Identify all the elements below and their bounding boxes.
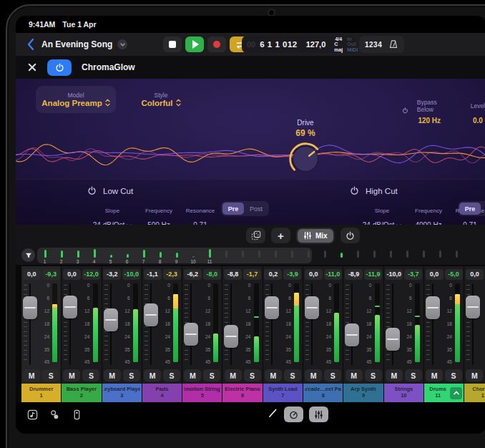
mute-button[interactable]: M (225, 369, 242, 381)
bypass-power-icon[interactable] (402, 106, 408, 115)
peak-level-value[interactable]: -10,0 (122, 269, 140, 280)
volume-fader[interactable] (466, 296, 480, 318)
track-label[interactable]: Strings10 (384, 384, 423, 402)
metronome-icon[interactable] (388, 39, 398, 49)
track-label[interactable]: Arcade…eet Pad8 (303, 384, 343, 402)
back-button[interactable] (24, 38, 37, 51)
mute-button[interactable]: M (23, 369, 40, 381)
peak-level-value[interactable]: -9,3 (42, 269, 60, 280)
mute-button[interactable]: M (144, 369, 161, 381)
volume-fader[interactable] (224, 325, 238, 348)
post-button[interactable]: Post (481, 203, 485, 215)
volume-value[interactable]: -6,2 (184, 269, 202, 280)
low-cut-resonance[interactable]: Resonance0.71 (183, 200, 217, 225)
low-cut-slope[interactable]: Slope24 dB/Oct (90, 200, 134, 225)
peak-level-value[interactable]: -8,0 (203, 269, 221, 280)
solo-button[interactable]: S (405, 369, 422, 381)
volume-fader[interactable] (104, 308, 118, 331)
volume-fader[interactable] (144, 303, 158, 326)
stop-button[interactable] (163, 36, 182, 52)
volume-value[interactable]: -1,1 (144, 269, 162, 280)
volume-fader[interactable] (305, 296, 319, 319)
low-cut-power-icon[interactable] (87, 186, 97, 195)
volume-value[interactable]: -10,0 (385, 269, 403, 280)
solo-button[interactable]: S (365, 369, 382, 381)
loop-browser-icon[interactable] (27, 409, 38, 420)
volume-value[interactable]: -8,8 (224, 269, 242, 280)
track-label[interactable]: Arp Synth9 (343, 384, 383, 402)
volume-fader[interactable] (23, 296, 37, 319)
solo-button[interactable]: S (203, 369, 220, 381)
volume-fader[interactable] (265, 296, 279, 319)
track-label[interactable]: Synth Lead7 (263, 384, 303, 402)
solo-button[interactable]: S (445, 369, 462, 381)
model-selector[interactable]: Model Analog Preamp (36, 86, 116, 113)
plugin-power-button[interactable] (47, 59, 72, 76)
drive-knob[interactable] (288, 141, 323, 177)
volume-value[interactable]: 0,0 (426, 269, 444, 280)
volume-value[interactable]: 0,0 (23, 269, 41, 280)
solo-button[interactable]: S (123, 369, 140, 381)
pencil-tool[interactable] (268, 408, 278, 422)
peak-level-value[interactable]: -11,9 (364, 269, 382, 280)
volume-value[interactable]: 0,0 (305, 269, 323, 280)
solo-button[interactable]: S (244, 369, 261, 381)
peak-level-value[interactable]: -3,9 (283, 269, 301, 280)
play-button[interactable] (185, 36, 204, 52)
count-in-button[interactable]: 1234 (365, 41, 382, 49)
volume-value[interactable]: -8,9 (345, 269, 363, 280)
solo-button[interactable]: S (324, 369, 341, 381)
track-label[interactable]: Emotion Strings5 (182, 384, 222, 402)
post-button[interactable]: Post (245, 203, 268, 215)
pre-button[interactable]: Pre (459, 203, 481, 215)
solo-button[interactable]: S (284, 369, 301, 381)
high-cut-power-icon[interactable] (350, 186, 359, 195)
track-label[interactable]: Drums11 (424, 384, 464, 402)
controls-view-button[interactable] (284, 406, 303, 422)
close-icon[interactable] (27, 62, 37, 72)
level-control[interactable]: Level 0.0 (469, 96, 485, 125)
solo-button[interactable]: S (42, 369, 59, 381)
volume-fader[interactable] (63, 296, 77, 318)
mute-button[interactable]: M (63, 369, 80, 381)
peak-level-value[interactable]: -2,3 (163, 269, 181, 280)
mute-button[interactable]: M (386, 369, 403, 381)
volume-value[interactable]: 0,0 (63, 269, 81, 280)
peak-level-value[interactable]: -5,0 (445, 269, 463, 280)
track-label[interactable]: Electric Piano6 (222, 384, 262, 402)
solo-button[interactable]: S (82, 369, 99, 381)
play-surfaces-icon[interactable] (72, 409, 82, 420)
low-cut-frequency[interactable]: Frequency500 Hz (142, 200, 176, 225)
plugins-icon[interactable] (49, 409, 60, 420)
mixer-view-button[interactable] (309, 406, 328, 422)
volume-value[interactable]: 0,2 (264, 269, 282, 280)
mute-button[interactable]: M (466, 369, 483, 381)
lcd-display[interactable]: 00 6 1 1 012 127,0 4/4C maj In OutMIDI (242, 36, 355, 53)
bypass-below-control[interactable]: Bypass Below 120 Hz (416, 96, 444, 125)
pre-button[interactable]: Pre (222, 203, 244, 215)
high-cut-frequency[interactable]: Frequency4000 Hz (411, 200, 446, 225)
track-label[interactable]: Drummer1 (21, 384, 61, 402)
mix-button[interactable]: Mix (298, 229, 333, 243)
collapse-button[interactable] (450, 387, 462, 399)
mute-button[interactable]: M (265, 369, 282, 381)
peak-level-value[interactable]: -1,7 (243, 269, 261, 280)
filter-button[interactable] (21, 248, 35, 262)
mixer-power-button[interactable] (341, 228, 360, 243)
track-label[interactable]: Keyboard Player3 (102, 384, 142, 402)
mute-button[interactable]: M (346, 369, 363, 381)
mute-button[interactable]: M (104, 369, 121, 381)
record-button[interactable] (207, 36, 226, 52)
high-cut-slope[interactable]: Slope24 dB/Oct (360, 200, 404, 225)
volume-value[interactable]: 0,0 (466, 269, 484, 280)
track-label[interactable]: Bass Player2 (62, 384, 101, 402)
volume-fader[interactable] (345, 323, 359, 346)
song-title-button[interactable]: An Evening Song (41, 33, 127, 56)
peak-level-value[interactable]: -11,0 (324, 269, 342, 280)
add-button[interactable]: + (271, 228, 290, 243)
mute-button[interactable]: M (305, 369, 322, 381)
solo-button[interactable]: S (163, 369, 180, 381)
duplicate-button[interactable] (246, 228, 265, 243)
peak-level-value[interactable]: -12,0 (82, 269, 100, 280)
track-label[interactable]: Pads4 (142, 384, 182, 402)
